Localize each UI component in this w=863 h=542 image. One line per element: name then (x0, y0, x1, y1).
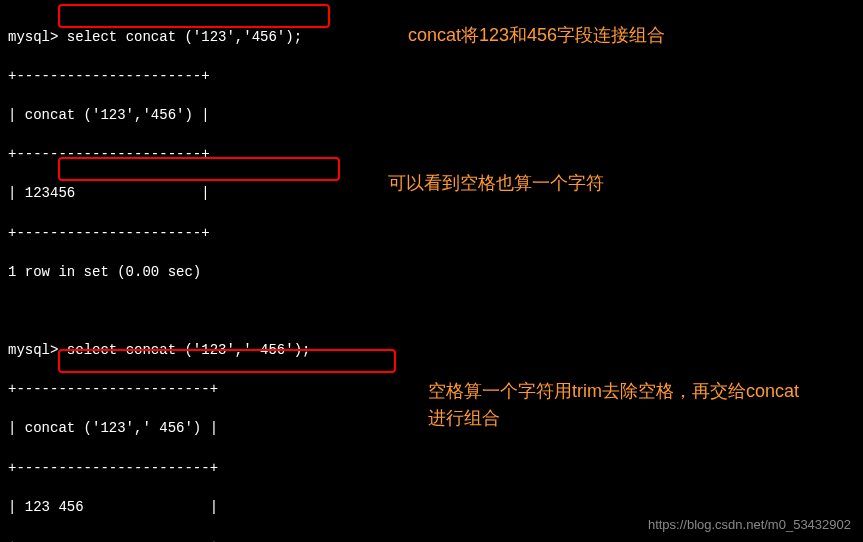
mysql-prompt: mysql> (8, 342, 58, 358)
terminal-output: mysql> select concat ('123','456'); +---… (8, 8, 855, 542)
annotation-3: 空格算一个字符用trim去除空格，再交给concat进行组合 (428, 378, 808, 432)
sql-command-2: select concat ('123',' 456'); (67, 342, 311, 358)
table-header: | concat ('123','456') | (8, 106, 855, 126)
table-row: | 123 456 | (8, 498, 855, 518)
mysql-prompt: mysql> (8, 29, 58, 45)
table-border: +-----------------------+ (8, 459, 855, 479)
table-border: +----------------------+ (8, 67, 855, 87)
table-border: +----------------------+ (8, 224, 855, 244)
sql-command-1: select concat ('123','456'); (67, 29, 302, 45)
table-border: +-----------------------+ (8, 537, 855, 542)
result-footer: 1 row in set (0.00 sec) (8, 263, 855, 283)
watermark-text: https://blog.csdn.net/m0_53432902 (648, 516, 851, 534)
annotation-1: concat将123和456字段连接组合 (408, 22, 665, 49)
annotation-2: 可以看到空格也算一个字符 (388, 170, 604, 197)
table-border: +----------------------+ (8, 145, 855, 165)
